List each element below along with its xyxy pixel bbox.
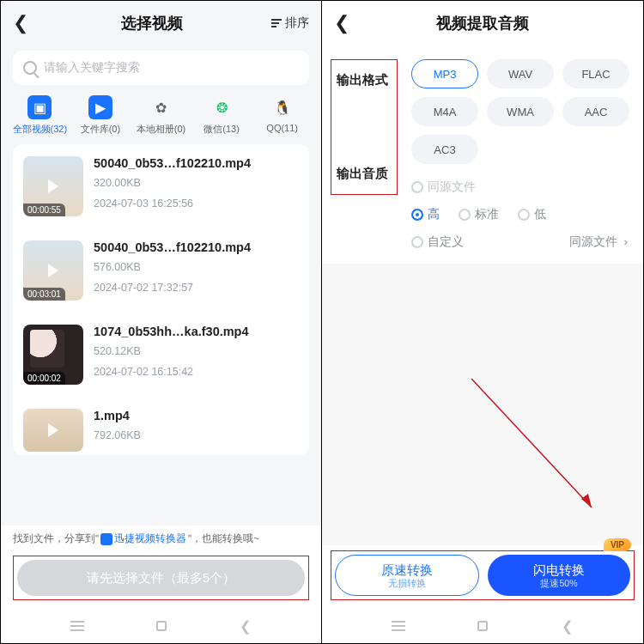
quality-standard[interactable]: 标准	[459, 207, 499, 222]
back-button[interactable]: ❮	[13, 12, 32, 34]
cat-wechat[interactable]: ❂ 微信(13)	[191, 95, 252, 136]
search-icon	[23, 61, 37, 75]
share-tip: 找到文件，分享到" 迅捷视频转换器 "，也能转换哦~	[1, 526, 321, 550]
thumbnail	[23, 409, 83, 452]
nav-menu[interactable]	[391, 620, 406, 632]
search-input[interactable]: 请输入关键字搜索	[13, 51, 309, 85]
nav-home[interactable]	[154, 620, 169, 632]
file-name: 1074_0b53hh…ka.f30.mp4	[94, 325, 299, 338]
annotation-box: 原速转换 无损转换 闪电转换 提速50%	[331, 550, 635, 600]
source-file-link[interactable]: 同源文件 ›	[569, 234, 628, 250]
page-title: 选择视频	[32, 13, 271, 33]
play-icon	[48, 348, 58, 361]
format-label: 输出格式	[337, 65, 388, 88]
file-size: 320.00KB	[94, 177, 299, 189]
file-date: 2024-07-03 16:25:56	[94, 197, 299, 210]
file-size: 792.06KB	[94, 429, 299, 441]
quality-custom[interactable]: 自定义	[411, 234, 464, 250]
file-size: 520.12KB	[94, 345, 299, 357]
file-name: 50040_0b53…f102210.mp4	[94, 156, 299, 170]
file-name: 1.mp4	[94, 409, 299, 422]
qq-icon: 🐧	[270, 95, 295, 119]
file-row[interactable]: 00:00:55 50040_0b53…f102210.mp4 320.00KB…	[13, 144, 309, 228]
play-icon	[48, 179, 58, 193]
cat-label: QQ(11)	[266, 123, 298, 133]
format-ac3[interactable]: AC3	[411, 135, 478, 164]
flower-icon: ✿	[149, 95, 173, 119]
duration-badge: 00:00:55	[23, 204, 65, 216]
format-wav[interactable]: WAV	[487, 59, 554, 88]
duration-badge: 00:00:02	[23, 372, 65, 385]
folder-icon: ▶	[88, 95, 112, 119]
search-placeholder: 请输入关键字搜索	[44, 60, 140, 76]
cat-all-videos[interactable]: ▣ 全部视频(32)	[9, 95, 70, 136]
btn-title: 闪电转换	[533, 562, 585, 577]
page-title: 视频提取音频	[353, 13, 612, 33]
quality-high[interactable]: 高	[411, 207, 440, 222]
fast-convert-button[interactable]: 闪电转换 提速50%	[488, 555, 630, 596]
sort-label: 排序	[285, 15, 309, 31]
svg-marker-1	[581, 494, 592, 507]
file-name: 50040_0b53…f102210.mp4	[94, 240, 299, 254]
app-icon	[100, 533, 112, 545]
nav-back[interactable]: ❮	[559, 620, 574, 632]
chevron-right-icon: ›	[624, 235, 629, 248]
nav-back[interactable]: ❮	[237, 620, 252, 632]
select-files-button[interactable]: 请先选择文件（最多5个）	[17, 560, 305, 596]
vip-badge: VIP	[604, 538, 631, 551]
format-m4a[interactable]: M4A	[411, 97, 478, 126]
play-icon	[48, 264, 58, 277]
normal-convert-button[interactable]: 原速转换 无损转换	[335, 555, 479, 596]
format-flac[interactable]: FLAC	[562, 59, 629, 88]
nav-home[interactable]	[475, 620, 490, 632]
file-row[interactable]: 1.mp4 792.06KB	[13, 397, 309, 455]
cat-label: 微信(13)	[204, 123, 240, 136]
file-date: 2024-07-02 16:15:42	[94, 366, 299, 378]
back-button[interactable]: ❮	[334, 12, 353, 34]
btn-subtitle: 提速50%	[540, 578, 577, 588]
sort-icon	[271, 19, 282, 27]
quality-label: 输出音质	[337, 159, 388, 182]
thumbnail: 00:00:02	[23, 325, 83, 385]
file-size: 576.00KB	[94, 261, 299, 273]
annotation-arrow	[463, 370, 609, 525]
annotation-box: 请先选择文件（最多5个）	[13, 556, 309, 600]
quality-source[interactable]: 同源文件	[411, 179, 476, 195]
cat-qq[interactable]: 🐧 QQ(11)	[252, 95, 313, 136]
format-aac[interactable]: AAC	[562, 97, 629, 126]
cat-label: 全部视频(32)	[13, 123, 68, 136]
wechat-icon: ❂	[210, 95, 234, 119]
play-icon	[48, 423, 58, 437]
file-date: 2024-07-02 17:32:57	[94, 282, 299, 294]
cat-files[interactable]: ▶ 文件库(0)	[70, 95, 131, 136]
quality-low[interactable]: 低	[518, 207, 546, 222]
file-row[interactable]: 00:03:01 50040_0b53…f102210.mp4 576.00KB…	[13, 228, 309, 313]
format-mp3[interactable]: MP3	[411, 59, 478, 88]
file-row[interactable]: 00:00:02 1074_0b53hh…ka.f30.mp4 520.12KB…	[13, 313, 309, 397]
cat-label: 文件库(0)	[81, 123, 120, 136]
sort-button[interactable]: 排序	[271, 15, 309, 31]
format-wma[interactable]: WMA	[487, 97, 554, 126]
btn-title: 原速转换	[381, 562, 433, 577]
cat-local-album[interactable]: ✿ 本地相册(0)	[131, 95, 191, 136]
thumbnail: 00:00:55	[23, 156, 83, 216]
video-icon: ▣	[27, 95, 52, 119]
annotation-box: 输出格式 输出音质	[331, 59, 398, 195]
nav-menu[interactable]	[70, 620, 85, 632]
svg-line-0	[471, 379, 592, 507]
duration-badge: 00:03:01	[23, 288, 65, 301]
btn-subtitle: 无损转换	[388, 578, 426, 588]
thumbnail: 00:03:01	[23, 240, 83, 301]
cat-label: 本地相册(0)	[137, 123, 185, 136]
